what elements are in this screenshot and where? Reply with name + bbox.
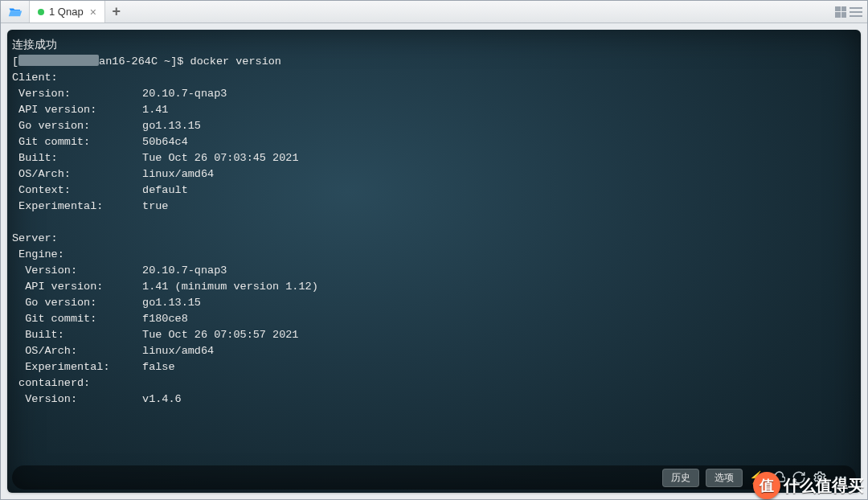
k: API version: [12,281,103,293]
kv: API version: 1.41 (minimum version 1.12) [12,281,318,293]
v: linux/amd64 [142,345,214,357]
prompt-prefix: [ [12,55,18,68]
kv: OS/Arch: linux/amd64 [12,345,214,357]
bolt-icon[interactable]: ⚡ [749,470,764,485]
v: v1.4.6 [142,393,182,405]
server-header: Server: [12,232,58,244]
options-button[interactable]: 选项 [706,469,743,487]
k: Go version: [12,120,90,132]
k: Version: [12,88,71,100]
k: Git commit: [12,136,90,148]
more-icon[interactable] [833,470,848,485]
tab-close-button[interactable]: × [88,6,98,18]
v: true [142,200,168,212]
kv: Version: v1.4.6 [12,393,182,405]
terminal[interactable]: 连接成功 [an16-264C ~]$ docker version Clien… [7,30,861,493]
v: 1.41 [142,104,168,116]
k: OS/Arch: [12,168,71,180]
terminal-toolbar: 历史 选项 ⚡ [12,465,856,490]
open-folder-button[interactable] [1,1,30,23]
v: false [142,361,175,373]
k: Built: [12,329,64,341]
k: Version: [12,393,77,405]
k: Go version: [12,297,96,309]
command-text: docker version [190,55,281,68]
tab-bar: 1 Qnap × + [1,1,867,23]
svg-point-0 [818,476,822,480]
kv: Git commit: 50b64c4 [12,136,188,148]
tabbar-right-controls [835,1,862,23]
status-dot-icon [38,9,44,15]
kv: Go version: go1.13.15 [12,297,201,309]
terminal-container: 连接成功 [an16-264C ~]$ docker version Clien… [1,23,867,499]
terminal-output: 连接成功 [an16-264C ~]$ docker version Clien… [7,30,861,462]
v: 50b64c4 [142,136,188,148]
k: Experimental: [12,200,103,212]
tab-label: 1 Qnap [49,6,84,18]
kv: Go version: go1.13.15 [12,120,201,132]
client-header: Client: [12,72,58,84]
kv: Experimental: true [12,200,168,212]
cloud-icon[interactable] [771,470,785,485]
grid-layout-button[interactable] [835,6,846,18]
kv: API version: 1.41 [12,104,168,116]
engine-header: Engine: [12,248,64,260]
app-window: 1 Qnap × + 连接成功 [an16-264C ~]$ docker ve… [0,0,868,500]
connection-status: 连接成功 [12,39,57,51]
v: Tue Oct 26 07:05:57 2021 [142,329,298,341]
v: default [142,184,188,196]
gear-icon[interactable] [813,470,827,485]
kv: Version: 20.10.7-qnap3 [12,264,227,277]
k: Git commit: [12,313,96,325]
svg-point-3 [844,477,846,479]
kv: Built: Tue Oct 26 07:05:57 2021 [12,329,298,341]
redacted-user [18,55,99,66]
tab-qnap[interactable]: 1 Qnap × [30,1,105,23]
kv: Git commit: f180ce8 [12,313,188,325]
v: Tue Oct 26 07:03:45 2021 [142,152,298,164]
k: Version: [12,264,77,277]
v: 1.41 (minimum version 1.12) [142,281,318,293]
new-tab-button[interactable]: + [105,1,128,23]
v: go1.13.15 [142,120,201,132]
k: Context: [12,184,71,196]
kv: OS/Arch: linux/amd64 [12,168,214,180]
v: go1.13.15 [142,297,201,309]
kv: Version: 20.10.7-qnap3 [12,88,227,100]
svg-point-1 [835,477,837,479]
k: API version: [12,104,96,116]
v: f180ce8 [142,313,188,325]
k: OS/Arch: [12,345,77,357]
kv: Built: Tue Oct 26 07:03:45 2021 [12,152,298,164]
svg-point-2 [840,477,842,479]
list-layout-button[interactable] [850,7,862,17]
v: linux/amd64 [142,168,214,180]
k: Experimental: [12,361,110,373]
prompt-host: an16-264C ~]$ [99,55,190,68]
containerd-header: containerd: [12,377,90,389]
kv: Context: default [12,184,188,196]
refresh-icon[interactable] [792,470,806,485]
v: 20.10.7-qnap3 [142,88,227,100]
kv: Experimental: false [12,361,175,373]
history-button[interactable]: 历史 [662,469,699,487]
k: Built: [12,152,58,164]
v: 20.10.7-qnap3 [142,264,227,277]
folder-open-icon [8,6,23,18]
